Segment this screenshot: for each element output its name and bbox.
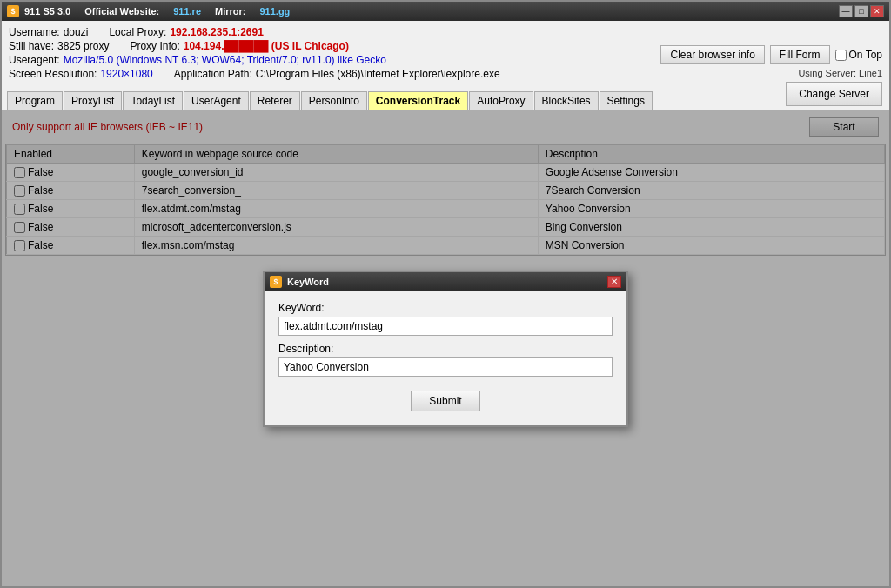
keyword-modal: $ KeyWord ✕ KeyWord: Description: Submit	[263, 271, 628, 427]
top-right-controls: Clear browser info Fill Form On Top Usin…	[660, 45, 882, 106]
tab-referer[interactable]: Referer	[250, 91, 300, 110]
local-proxy-label: Local Proxy:	[109, 26, 166, 38]
change-server-row: Change Server	[786, 82, 882, 106]
tab-program[interactable]: Program	[7, 91, 63, 110]
content-area: Only support all IE browsers (IEB ~ IE11…	[2, 110, 889, 586]
modal-title-bar: $ KeyWord ✕	[265, 272, 626, 291]
proxy-info-value: 104.194.██████ (US IL Chicago)	[184, 40, 349, 52]
modal-close-btn[interactable]: ✕	[607, 276, 621, 288]
official-label: Official Website:	[84, 6, 159, 17]
app-name: 911 S5 3.0	[24, 6, 70, 17]
modal-overlay: $ KeyWord ✕ KeyWord: Description: Submit	[2, 110, 889, 586]
title-text: 911 S5 3.0 Official Website: 911.re Mirr…	[24, 6, 839, 17]
tab-settings[interactable]: Settings	[600, 91, 653, 110]
local-proxy-value: 192.168.235.1:2691	[170, 26, 263, 38]
screen-res-label: Screen Resolution:	[9, 68, 97, 80]
using-server-value: Line1	[859, 68, 882, 78]
description-input[interactable]	[278, 357, 613, 377]
change-server-btn[interactable]: Change Server	[786, 82, 882, 106]
tab-blocksites[interactable]: BlockSites	[534, 91, 599, 110]
on-top-label[interactable]: On Top	[835, 49, 882, 61]
app-path-value: C:\Program Files (x86)\Internet Explorer…	[256, 68, 500, 80]
tab-proxylist[interactable]: ProxyList	[64, 91, 122, 110]
on-top-checkbox[interactable]	[835, 50, 847, 61]
using-server-label: Using Server: Line1	[798, 68, 882, 78]
still-have-row: Still have: 3825 proxy Proxy Info: 104.1…	[9, 40, 715, 52]
tab-conversiontrack[interactable]: ConversionTrack	[368, 91, 468, 110]
screen-res-row: Screen Resolution: 1920×1080 Application…	[9, 68, 715, 80]
description-label: Description:	[278, 343, 613, 355]
using-server-row: Using Server: Line1	[798, 68, 882, 78]
top-controls-row1: Clear browser info Fill Form On Top	[660, 45, 882, 64]
info-panel: Username: douzi Local Proxy: 192.168.235…	[2, 21, 889, 87]
still-have-value: 3825 proxy	[57, 40, 109, 52]
mirror-label: Mirror:	[215, 6, 245, 17]
official-url: 911.re	[173, 6, 201, 17]
tab-personinfo[interactable]: PersonInfo	[301, 91, 367, 110]
modal-title: KeyWord	[287, 277, 329, 287]
tab-autoproxy[interactable]: AutoProxy	[469, 91, 533, 110]
app-path-label: Application Path:	[174, 68, 252, 80]
username-row: Username: douzi Local Proxy: 192.168.235…	[9, 26, 715, 38]
username-label: Username:	[9, 26, 60, 38]
modal-body: KeyWord: Description: Submit	[265, 291, 626, 425]
useragent-row: Useragent: Mozilla/5.0 (Windows NT 6.3; …	[9, 54, 715, 66]
title-bar: $ 911 S5 3.0 Official Website: 911.re Mi…	[2, 2, 889, 21]
maximize-btn[interactable]: □	[854, 5, 868, 17]
tab-useragent[interactable]: UserAgent	[184, 91, 249, 110]
close-btn[interactable]: ✕	[870, 5, 884, 17]
on-top-text: On Top	[849, 49, 882, 61]
mirror-url: 911.gg	[259, 6, 290, 17]
modal-footer: Submit	[278, 391, 613, 411]
keyword-input[interactable]	[278, 317, 613, 336]
app-icon: $	[7, 5, 19, 17]
useragent-value: Mozilla/5.0 (Windows NT 6.3; WOW64; Trid…	[64, 54, 386, 66]
username-value: douzi	[64, 26, 89, 38]
minimize-btn[interactable]: —	[839, 5, 853, 17]
still-have-label: Still have:	[9, 40, 54, 52]
window-controls: — □ ✕	[839, 5, 884, 17]
clear-browser-btn[interactable]: Clear browser info	[660, 45, 764, 64]
modal-icon: $	[270, 276, 282, 288]
useragent-label: Useragent:	[9, 54, 60, 66]
submit-btn[interactable]: Submit	[411, 391, 480, 411]
keyword-label: KeyWord:	[278, 302, 613, 314]
screen-res-value: 1920×1080	[100, 68, 152, 80]
proxy-info-label: Proxy Info:	[130, 40, 179, 52]
fill-form-btn[interactable]: Fill Form	[770, 45, 830, 64]
tab-todaylist[interactable]: TodayList	[123, 91, 183, 110]
main-window: $ 911 S5 3.0 Official Website: 911.re Mi…	[0, 0, 891, 588]
